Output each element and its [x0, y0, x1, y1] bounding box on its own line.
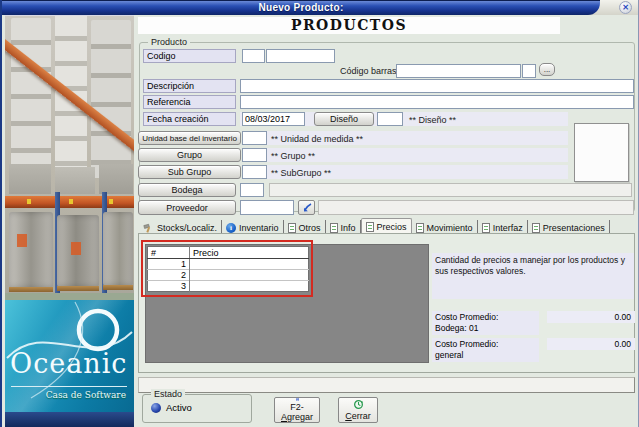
status-strip: [138, 377, 635, 393]
logo-rule: [11, 386, 127, 387]
button-label: Cerrar: [345, 411, 371, 421]
costo-promedio-bodega-value: 0.00: [547, 311, 635, 323]
grupo-button[interactable]: Grupo: [138, 148, 241, 162]
photo-detail: [91, 20, 131, 178]
photo-detail: [71, 242, 81, 255]
tab-precios[interactable]: Precios: [361, 218, 412, 234]
cerrar-button[interactable]: Cerrar: [338, 397, 378, 423]
codigo-barras-input[interactable]: [396, 64, 521, 78]
estado-active-icon: [151, 403, 161, 413]
document-icon: [366, 222, 374, 232]
diseno-button[interactable]: Diseño: [314, 112, 374, 126]
descripcion-input[interactable]: [240, 79, 634, 93]
row-num: 3: [148, 281, 190, 292]
photo-detail: [55, 167, 95, 194]
info-icon: i: [226, 223, 236, 233]
table-row[interactable]: 2: [148, 270, 309, 281]
precios-table[interactable]: # Precio 1 2 3: [147, 246, 309, 292]
referencia-input[interactable]: [240, 95, 634, 109]
col-header-precio: Precio: [190, 247, 309, 259]
photo-detail: [27, 199, 31, 204]
photo-detail: [17, 234, 27, 247]
stocks-icon: [143, 223, 154, 233]
photo-detail: [109, 199, 113, 204]
fecha-creacion-input[interactable]: [242, 112, 305, 126]
fecha-creacion-label: Fecha creación: [143, 112, 236, 126]
costo-line: general: [435, 350, 536, 361]
sub-grupo-input[interactable]: [242, 165, 267, 179]
costo-promedio-bodega-label: Costo Promedio: Bodega: 01: [432, 311, 539, 335]
table-row[interactable]: 1: [148, 259, 309, 270]
sub-grupo-button[interactable]: Sub Grupo: [138, 165, 241, 179]
photo-detail: [9, 287, 53, 292]
save-floppy-icon: [292, 398, 303, 401]
tab-inventario[interactable]: i Inventario: [222, 220, 284, 234]
row-num: 1: [148, 259, 190, 270]
proveedor-input[interactable]: [240, 200, 294, 215]
estado-value: Activo: [166, 402, 192, 413]
codigo-input[interactable]: [266, 49, 335, 63]
bodega-input[interactable]: [240, 183, 264, 197]
tab-info[interactable]: Info: [326, 220, 361, 234]
proveedor-button[interactable]: Proveedor: [138, 200, 236, 215]
titlebar[interactable]: Nuevo Producto:: [2, 0, 600, 15]
photo-detail: [103, 212, 133, 286]
photo-detail: [103, 285, 133, 290]
codigo-label: Codigo: [143, 49, 236, 63]
costo-line: Costo Promedio:: [435, 312, 536, 323]
diseno-input[interactable]: [377, 112, 403, 126]
tab-label: Inventario: [239, 223, 279, 233]
tab-presentaciones[interactable]: Presentaciones: [528, 220, 610, 234]
photo-detail: [5, 293, 134, 300]
grupo-hint: ** Grupo **: [271, 151, 315, 161]
codigo-barras-browse-button[interactable]: ...: [539, 63, 555, 76]
precios-description: Cantidad de precios a manejar por los pr…: [432, 253, 634, 299]
photo-detail: [57, 286, 99, 291]
photo-detail: [9, 212, 53, 288]
photo-detail: [9, 164, 51, 194]
proveedor-lookup-button[interactable]: [298, 200, 315, 215]
logo-wordmark: Oceanic: [10, 348, 132, 379]
product-image-box[interactable]: [574, 123, 629, 182]
tab-interfaz[interactable]: Interfaz: [478, 220, 528, 234]
window-title: Nuevo Producto:: [2, 2, 600, 13]
tab-movimiento[interactable]: Movimiento: [412, 220, 478, 234]
close-exit-icon: [353, 399, 364, 410]
costo-line: Costo Promedio:: [435, 339, 536, 350]
f2-agregar-button[interactable]: F2-Agregar: [274, 397, 320, 423]
unidad-base-button[interactable]: Unidad base del inventario: [138, 131, 241, 145]
product-groupbox-legend: Producto: [148, 37, 190, 47]
unidad-hint: ** Unidad de medida **: [271, 134, 363, 144]
photo-detail: [99, 164, 133, 194]
estado-legend: Estado: [151, 389, 185, 399]
document-icon: [330, 223, 338, 233]
bodega-button[interactable]: Bodega: [138, 183, 236, 197]
tab-bar: Stocks/Localiz. i Inventario Otros Info …: [139, 217, 610, 234]
codigo-prefix-input[interactable]: [242, 49, 265, 63]
logo-tagline: Casa de Software: [46, 390, 126, 400]
tab-stocks-localiz[interactable]: Stocks/Localiz.: [139, 220, 222, 234]
app-window: Nuevo Producto: ✕ Oc: [0, 0, 639, 427]
codigo-barras-check-input[interactable]: [522, 64, 536, 78]
table-row[interactable]: 3: [148, 281, 309, 292]
grupo-input[interactable]: [242, 148, 267, 162]
close-icon: ✕: [622, 3, 629, 12]
close-button[interactable]: ✕: [619, 1, 632, 14]
tab-label: Interfaz: [493, 223, 523, 233]
button-label: F2-Agregar: [275, 402, 319, 422]
costo-promedio-general-label: Costo Promedio: general: [432, 338, 539, 362]
document-icon: [532, 223, 540, 233]
photo-detail: [69, 199, 73, 204]
tab-otros[interactable]: Otros: [284, 220, 326, 234]
row-num: 2: [148, 270, 190, 281]
photo-detail: [11, 18, 51, 168]
row-precio[interactable]: [190, 281, 309, 292]
row-precio[interactable]: [190, 270, 309, 281]
diseno-hint: ** Diseño **: [409, 115, 456, 125]
unidad-input[interactable]: [242, 131, 267, 145]
estado-row: Activo: [151, 402, 192, 413]
referencia-label: Referencia: [143, 95, 236, 109]
costo-promedio-general-value: 0.00: [547, 338, 635, 350]
tab-label: Info: [341, 223, 356, 233]
row-precio[interactable]: [190, 259, 309, 270]
